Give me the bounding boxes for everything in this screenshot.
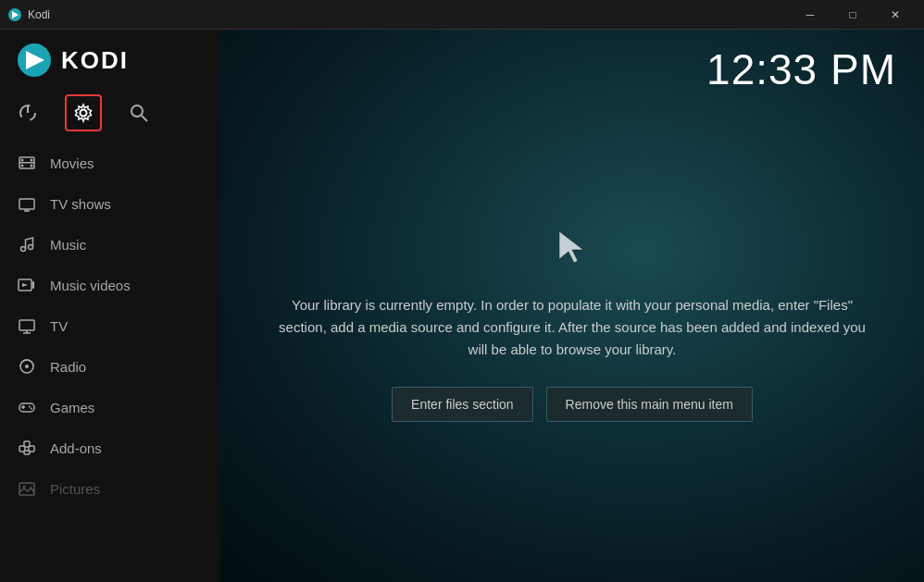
svg-point-10 — [21, 159, 24, 162]
radio-label: Radio — [50, 359, 86, 375]
maximize-button[interactable]: □ — [831, 0, 874, 30]
kodi-logo-small-icon — [7, 7, 22, 22]
cursor-icon — [556, 228, 589, 266]
tv-label: TV — [50, 318, 68, 334]
sidebar-item-tv[interactable]: TV — [0, 305, 220, 346]
settings-icon — [73, 103, 94, 123]
svg-rect-23 — [19, 320, 34, 330]
title-bar-title: Kodi — [28, 8, 50, 21]
svg-line-8 — [142, 116, 147, 121]
search-button[interactable] — [120, 94, 157, 131]
enter-files-section-button[interactable]: Enter files section — [392, 387, 533, 422]
remove-main-menu-item-button[interactable]: Remove this main menu item — [546, 387, 753, 422]
pictures-label: Pictures — [50, 481, 100, 497]
library-empty-message: Your library is currently empty. In orde… — [276, 294, 868, 361]
sidebar-item-tv-shows[interactable]: TV shows — [0, 183, 220, 224]
sidebar-item-games[interactable]: Games — [0, 387, 220, 427]
games-icon — [17, 397, 37, 417]
clock-display: 12:33 PM — [706, 44, 896, 94]
sidebar: KODI — [0, 30, 220, 582]
music-label: Music — [50, 237, 86, 253]
movies-icon — [17, 153, 37, 173]
title-bar-controls: ─ □ ✕ — [789, 0, 917, 30]
title-bar-left: Kodi — [7, 7, 50, 22]
power-button[interactable] — [9, 94, 46, 131]
center-content: Your library is currently empty. In orde… — [220, 67, 924, 582]
radio-icon — [17, 356, 37, 377]
svg-point-38 — [23, 486, 26, 489]
pictures-icon — [17, 478, 37, 499]
svg-rect-22 — [32, 281, 34, 289]
sidebar-item-pictures[interactable]: Pictures — [0, 468, 220, 509]
svg-rect-36 — [24, 451, 30, 454]
svg-point-12 — [31, 159, 33, 162]
settings-button[interactable] — [65, 94, 102, 131]
music-videos-label: Music videos — [50, 278, 131, 293]
nav-list: Movies TV shows Music Music videos — [0, 142, 220, 582]
main-container: KODI — [0, 30, 924, 582]
add-ons-label: Add-ons — [50, 440, 102, 456]
svg-point-32 — [31, 408, 32, 410]
games-label: Games — [50, 400, 94, 415]
tv-shows-icon — [17, 193, 37, 214]
sidebar-item-radio[interactable]: Radio — [0, 346, 220, 387]
svg-point-31 — [29, 406, 31, 408]
movies-label: Movies — [50, 155, 94, 171]
mouse-cursor-icon — [556, 228, 589, 266]
svg-point-27 — [25, 365, 29, 368]
svg-marker-21 — [22, 283, 28, 287]
minimize-button[interactable]: ─ — [789, 0, 831, 30]
kodi-logo-icon — [17, 43, 52, 78]
svg-point-7 — [131, 105, 143, 117]
sidebar-item-movies[interactable]: Movies — [0, 142, 220, 183]
svg-point-11 — [21, 165, 24, 167]
close-button[interactable]: ✕ — [874, 0, 917, 30]
sidebar-item-music[interactable]: Music — [0, 224, 220, 265]
power-icon — [18, 103, 38, 123]
svg-rect-14 — [19, 162, 34, 164]
music-icon — [17, 234, 37, 254]
add-ons-icon — [17, 438, 37, 458]
tv-icon — [17, 316, 37, 336]
sidebar-header: KODI — [0, 30, 220, 91]
music-videos-icon — [17, 275, 37, 295]
svg-marker-39 — [559, 231, 583, 263]
content-area: 12:33 PM Your library is currently empty… — [220, 30, 924, 582]
sidebar-icons-row — [0, 91, 220, 142]
svg-rect-15 — [19, 199, 34, 209]
sidebar-item-add-ons[interactable]: Add-ons — [0, 427, 220, 468]
title-bar: Kodi ─ □ ✕ — [0, 0, 924, 30]
sidebar-item-music-videos[interactable]: Music videos — [0, 265, 220, 305]
tv-shows-label: TV shows — [50, 196, 111, 212]
search-icon — [129, 103, 149, 123]
svg-point-13 — [31, 165, 33, 167]
action-buttons: Enter files section Remove this main men… — [392, 387, 753, 422]
svg-point-6 — [81, 110, 87, 117]
app-name: KODI — [61, 46, 129, 75]
